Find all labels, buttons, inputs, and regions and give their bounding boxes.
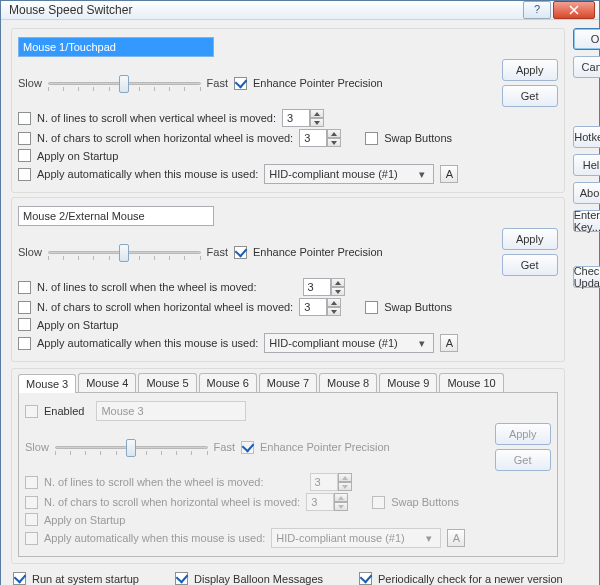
mouse1-swap-checkbox[interactable]: [365, 132, 378, 145]
mouse2-get-button[interactable]: Get: [502, 254, 558, 276]
footer: Run at system startup Display Balloon Me…: [11, 568, 565, 585]
mouse2-a-button[interactable]: A: [440, 334, 458, 352]
mouse2-speed-slider[interactable]: Slow Fast: [18, 242, 228, 262]
mouse2-lines-spinner[interactable]: [303, 278, 345, 296]
fast-label: Fast: [207, 77, 228, 89]
mouse3-lines-spinner: [310, 473, 352, 491]
balloon-checkbox[interactable]: [175, 572, 188, 585]
tab-mouse3[interactable]: Mouse 3: [18, 374, 76, 393]
enterkey-button[interactable]: Enter Key...: [573, 210, 600, 232]
mouse3-aos-checkbox: [25, 513, 38, 526]
mouse3-lines-checkbox: [25, 476, 38, 489]
mouse2-name-input[interactable]: [18, 206, 214, 226]
mouse1-auto-label: Apply automatically when this mouse is u…: [37, 168, 258, 180]
mouse3-apply-button: Apply: [495, 423, 551, 445]
mouse1-device-combo[interactable]: HID-compliant mouse (#1)▾: [264, 164, 434, 184]
mouse1-lines-spinner[interactable]: [282, 109, 324, 127]
mouse1-get-button[interactable]: Get: [502, 85, 558, 107]
main-column: Slow Fast Enhance Pointer Precision Appl…: [11, 28, 565, 585]
svg-text:?: ?: [534, 5, 540, 15]
app-window: Mouse Speed Switcher ? Slow Fast: [0, 0, 600, 585]
mouse1-chars-label: N. of chars to scroll when horizontal wh…: [37, 132, 293, 144]
help-button-side[interactable]: Help...: [573, 154, 600, 176]
slow-label: Slow: [18, 77, 42, 89]
cancel-button[interactable]: Cancel: [573, 56, 600, 78]
tab-mouse9[interactable]: Mouse 9: [379, 373, 437, 392]
about-button[interactable]: About...: [573, 182, 600, 204]
ok-button[interactable]: OK: [573, 28, 600, 50]
mouse3-a-button: A: [447, 529, 465, 547]
titlebar: Mouse Speed Switcher ?: [1, 1, 599, 20]
tab-mouse7[interactable]: Mouse 7: [259, 373, 317, 392]
tab-mouse8[interactable]: Mouse 8: [319, 373, 377, 392]
mouse2-auto-checkbox[interactable]: [18, 337, 31, 350]
mouse3-enabled-label: Enabled: [44, 405, 84, 417]
window-title: Mouse Speed Switcher: [9, 3, 521, 17]
mouse1-lines-checkbox[interactable]: [18, 112, 31, 125]
mouse3-name-input[interactable]: [96, 401, 246, 421]
mouse1-apply-button[interactable]: Apply: [502, 59, 558, 81]
check-updates-button[interactable]: Check Updates...: [573, 266, 600, 288]
run-startup-label: Run at system startup: [32, 573, 139, 585]
periodic-checkbox[interactable]: [359, 572, 372, 585]
mouse3-swap-checkbox: [372, 496, 385, 509]
mouse1-speed-slider[interactable]: Slow Fast: [18, 73, 228, 93]
tab-mouse6[interactable]: Mouse 6: [199, 373, 257, 392]
mouse2-section: Slow Fast Enhance Pointer Precision Appl…: [11, 197, 565, 362]
mouse3-auto-checkbox: [25, 532, 38, 545]
extra-tabs-section: Mouse 3 Mouse 4 Mouse 5 Mouse 6 Mouse 7 …: [11, 368, 565, 564]
mouse1-section: Slow Fast Enhance Pointer Precision Appl…: [11, 28, 565, 193]
mouse1-chars-checkbox[interactable]: [18, 132, 31, 145]
tab-mouse4[interactable]: Mouse 4: [78, 373, 136, 392]
tab-mouse10[interactable]: Mouse 10: [439, 373, 503, 392]
mouse1-name-input[interactable]: [18, 37, 214, 57]
mouse1-aos-label: Apply on Startup: [37, 150, 118, 162]
mouse3-chars-spinner: [306, 493, 348, 511]
periodic-label: Periodically check for a newer version: [378, 573, 563, 585]
mouse1-swap-label: Swap Buttons: [384, 132, 452, 144]
mouse3-chars-checkbox: [25, 496, 38, 509]
mouse1-chars-spinner[interactable]: [299, 129, 341, 147]
mouse1-auto-checkbox[interactable]: [18, 168, 31, 181]
mouse2-swap-checkbox[interactable]: [365, 301, 378, 314]
mouse3-get-button: Get: [495, 449, 551, 471]
mouse2-lines-checkbox[interactable]: [18, 281, 31, 294]
mouse1-aos-checkbox[interactable]: [18, 149, 31, 162]
mouse2-chars-spinner[interactable]: [299, 298, 341, 316]
mouse2-epp-checkbox[interactable]: [234, 246, 247, 259]
mouse3-pane: Enabled Slow Fast Enhance Pointer Precis…: [18, 392, 558, 557]
tabstrip: Mouse 3 Mouse 4 Mouse 5 Mouse 6 Mouse 7 …: [12, 369, 564, 392]
mouse1-a-button[interactable]: A: [440, 165, 458, 183]
mouse2-chars-checkbox[interactable]: [18, 301, 31, 314]
mouse2-device-combo[interactable]: HID-compliant mouse (#1)▾: [264, 333, 434, 353]
mouse3-device-combo: HID-compliant mouse (#1)▾: [271, 528, 441, 548]
help-button[interactable]: ?: [523, 1, 551, 19]
mouse1-epp-checkbox[interactable]: [234, 77, 247, 90]
window-body: Slow Fast Enhance Pointer Precision Appl…: [1, 20, 599, 585]
run-startup-checkbox[interactable]: [13, 572, 26, 585]
mouse1-epp-label: Enhance Pointer Precision: [253, 77, 383, 89]
close-button[interactable]: [553, 1, 595, 19]
mouse2-aos-checkbox[interactable]: [18, 318, 31, 331]
tab-mouse5[interactable]: Mouse 5: [138, 373, 196, 392]
hotkeys-button[interactable]: Hotkeys...: [573, 126, 600, 148]
mouse3-enabled-checkbox[interactable]: [25, 405, 38, 418]
mouse1-lines-label: N. of lines to scroll when vertical whee…: [37, 112, 276, 124]
mouse2-apply-button[interactable]: Apply: [502, 228, 558, 250]
mouse3-speed-slider: Slow Fast: [25, 437, 235, 457]
balloon-label: Display Balloon Messages: [194, 573, 323, 585]
mouse3-epp-checkbox: [241, 441, 254, 454]
side-column: OK Cancel Hotkeys... Help... About... En…: [573, 28, 600, 585]
